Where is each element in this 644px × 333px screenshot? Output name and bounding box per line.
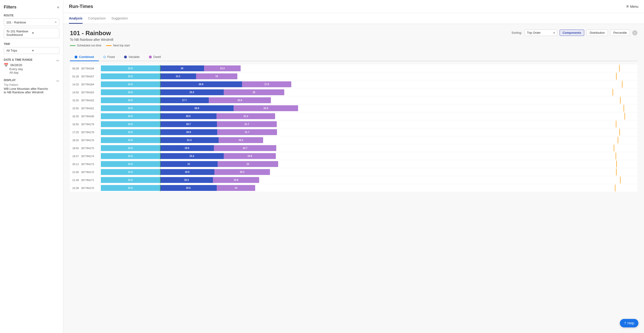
tab-analysis[interactable]: Analysis: [69, 13, 82, 24]
bar-container: 21.5 20.5 21.3: [101, 112, 609, 120]
table-row: 22:38 357784170 21.5 20.6 14: [70, 184, 638, 192]
view-percentile-button[interactable]: Percentile: [610, 30, 630, 36]
chart-tab-fixed-label: Fixed: [108, 55, 115, 59]
bar-container: 21.5 13.1 15: [101, 72, 609, 80]
recurrence-value: Every day: [4, 67, 59, 71]
row-id: 357784184: [80, 83, 101, 86]
right-markers: [609, 64, 638, 72]
sorting-select[interactable]: Trip Order Run Time: [524, 30, 557, 36]
next-trip-marker: [616, 153, 616, 160]
fixed-segment: 21.5: [101, 177, 160, 183]
legend-scheduled: Scheduled run-time: [70, 44, 101, 47]
right-markers: [609, 136, 638, 144]
variable-segment: 20.5: [160, 113, 216, 119]
variable-segment: 16: [160, 66, 204, 71]
info-icon[interactable]: i: [632, 30, 638, 36]
chart-tab-dwell-label: Dwell: [154, 55, 161, 59]
scheduled-marker: [160, 153, 160, 160]
row-time: 16:25: [70, 115, 80, 118]
row-id: 357784173: [80, 163, 101, 166]
row-id: 357784183: [80, 91, 101, 94]
row-time: 00:28: [70, 67, 80, 70]
dwell-segment: 20.2: [214, 169, 270, 175]
tab-comparison[interactable]: Comparison: [88, 13, 106, 24]
bar-container: 21.5 21 22: [101, 160, 609, 168]
table-row: 15:25 357784182 21.5 17.7 22.6: [70, 96, 638, 104]
bar-container: 21.5 23.2 22: [101, 88, 609, 96]
right-markers: [609, 80, 638, 88]
bar-container: 21.5 17.7 22.6: [101, 96, 609, 104]
direction-select[interactable]: To 101 Rainbow Southbound ▼: [4, 28, 59, 38]
fixed-segment: 21.5: [101, 113, 160, 119]
main-area: Run-Times ≡ Menu Analysis Comparison Sug…: [63, 0, 644, 333]
variable-segment: 17.7: [160, 97, 209, 103]
fixed-segment: 21.5: [101, 169, 160, 175]
row-time: 14:55: [70, 91, 80, 94]
help-label: Help: [627, 321, 634, 325]
table-row: 15:55 357784181 21.5 26.8 23.4: [70, 104, 638, 112]
bar-container: 21.5 19.3 16.8: [101, 176, 609, 184]
variable-segment: 20.6: [160, 185, 217, 191]
display-label: Display: [4, 78, 16, 82]
sidebar-title: Filters: [4, 5, 16, 10]
view-distribution-button[interactable]: Distribution: [586, 30, 608, 36]
fixed-segment: 21.5: [101, 145, 160, 151]
row-time: 22:38: [70, 187, 80, 190]
help-button[interactable]: ? Help: [620, 319, 638, 327]
route-label: Route: [4, 14, 59, 17]
date-value: 06/28/20: [10, 63, 22, 67]
bar-container: 21.5 20.6 14: [101, 184, 609, 192]
table-row: 17:25 357784178 21.5 20.8 21.7: [70, 128, 638, 136]
topbar: Run-Times ≡ Menu: [63, 0, 644, 13]
chevron-down-icon: ▼: [32, 49, 57, 52]
chart-header: 101 - Rainbow To NB Rainbow after Windmi…: [70, 30, 638, 51]
row-time: 16:55: [70, 123, 80, 126]
bar-container: 21.5 19.8 20.2: [101, 168, 609, 176]
chart-tab-dwell[interactable]: Dwell: [144, 53, 166, 61]
table-row: 19:27 357784174 21.5 23.2 18.9: [70, 152, 638, 160]
trip-select[interactable]: All Trips ▼: [4, 47, 59, 54]
variable-segment: 19.8: [160, 169, 214, 175]
table-row: 18:55 357784175 21.5 19.6 22.7: [70, 144, 638, 152]
right-markers: [609, 128, 638, 136]
chart-tab-combined[interactable]: Combined: [70, 53, 99, 61]
chart-tab-variable[interactable]: Variable: [119, 53, 144, 61]
route-input[interactable]: 101 - Rainbow ×: [4, 18, 59, 26]
bar-container: 21.5 19.6 22.7: [101, 144, 609, 152]
row-id: 357784178: [80, 131, 101, 134]
dwell-segment: 18.9: [224, 153, 276, 159]
table-row: 16:55 357784179 21.5 20.7 21.7: [70, 120, 638, 128]
row-id: 357784167: [80, 75, 101, 78]
scheduled-marker: [160, 145, 160, 152]
menu-icon: ≡: [626, 4, 629, 9]
edit-icon[interactable]: ✏: [56, 58, 59, 63]
scheduled-marker: [160, 129, 160, 136]
variable-segment: 20.8: [160, 129, 217, 135]
scheduled-line-icon: [70, 45, 76, 46]
collapse-button[interactable]: «: [57, 5, 59, 10]
combined-dot-icon: [74, 56, 78, 58]
next-trip-marker: [612, 89, 613, 96]
scheduled-marker: [160, 161, 160, 168]
tab-suggestion[interactable]: Suggestion: [112, 13, 128, 24]
menu-button[interactable]: ≡ Menu: [626, 4, 638, 9]
route-clear-button[interactable]: ×: [55, 20, 57, 24]
bar-container: 21.5 26.8 23.4: [101, 104, 609, 112]
view-components-button[interactable]: Components: [560, 30, 584, 36]
scheduled-marker: [160, 176, 160, 184]
row-time: 18:25: [70, 139, 80, 142]
scheduled-marker: [160, 113, 160, 120]
row-id: 357784172: [80, 171, 101, 174]
chart-tab-fixed[interactable]: Fixed: [99, 53, 120, 61]
row-id: 357784181: [80, 107, 101, 110]
edit-icon[interactable]: ✏: [56, 79, 59, 83]
row-id: 357784168: [80, 67, 101, 70]
row-time: 15:25: [70, 99, 80, 102]
display-section: Display ✏ Trip Pattern WB Lone Mountain …: [4, 78, 59, 94]
trip-label: Trip: [4, 42, 59, 46]
menu-label: Menu: [630, 5, 638, 8]
variable-segment: 23.2: [160, 153, 224, 159]
next-trip-marker: [616, 73, 616, 80]
trip-pattern-value: WB Lone Mountain after Ranchoto NB Rainb…: [4, 87, 59, 94]
row-time: 15:55: [70, 107, 80, 110]
